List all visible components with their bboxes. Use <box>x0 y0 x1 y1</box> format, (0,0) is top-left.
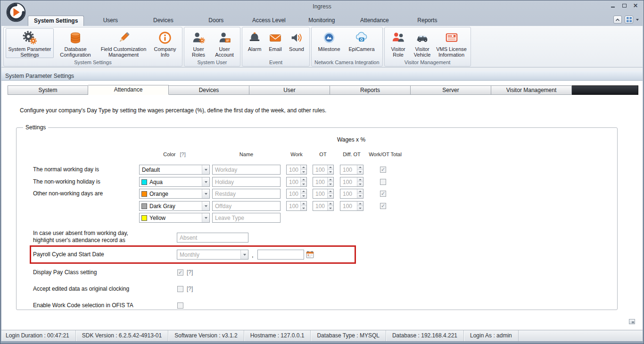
speaker-icon <box>289 30 304 45</box>
visitor-vehicle-button[interactable]: Visitor Vehicle <box>410 28 435 58</box>
workday-ot-spinner[interactable]: 100 <box>313 165 334 175</box>
pay-class-help-link[interactable]: [?] <box>187 268 193 277</box>
workday-work-spinner[interactable]: 100 <box>286 165 307 175</box>
holiday-color-select[interactable]: Aqua <box>139 177 210 187</box>
ribbon-group-network-camera: Milestone EpiCamera Network Camera Integ… <box>311 27 383 67</box>
restday-diff-ot-spinner[interactable]: 100 <box>340 189 363 199</box>
spinner-buttons[interactable] <box>327 165 333 174</box>
tab-devices[interactable]: Devices <box>169 85 249 95</box>
ribbon-tab-attendance[interactable]: Attendance <box>348 16 401 26</box>
holiday-name-input[interactable] <box>212 177 281 187</box>
ribbon-tab-reports[interactable]: Reports <box>401 16 454 26</box>
offday-color-select[interactable]: Dark Gray <box>139 201 210 211</box>
tab-attendance[interactable]: Attendance <box>88 85 169 95</box>
sound-button[interactable]: Sound <box>286 28 307 52</box>
holiday-diff-ot-spinner[interactable]: 100 <box>340 177 363 187</box>
dropdown-button[interactable] <box>202 177 209 186</box>
work-column-header: Work <box>283 151 310 157</box>
group-caption: System User <box>184 59 240 66</box>
offday-name-input[interactable] <box>212 201 281 211</box>
dropdown-button[interactable] <box>202 165 209 174</box>
minimize-button[interactable] <box>608 2 618 9</box>
tab-system[interactable]: System <box>8 85 88 95</box>
status-bar: Login Duration : 00:47:21 SDK Version : … <box>1 330 643 341</box>
restday-name-input[interactable] <box>212 189 281 199</box>
database-configuration-button[interactable]: Database Configuration <box>54 28 97 58</box>
spinner-buttons[interactable] <box>300 165 306 174</box>
restday-ot-spinner[interactable]: 100 <box>313 189 334 199</box>
restday-color-select[interactable]: Orange <box>139 189 210 199</box>
milestone-button[interactable]: Milestone <box>314 28 345 52</box>
ribbon-tab-monitoring[interactable]: Monitoring <box>295 16 348 26</box>
company-info-button[interactable]: Company Info <box>150 28 180 58</box>
user-account-button[interactable]: User Account <box>211 28 238 58</box>
accept-edited-data-checkbox[interactable] <box>177 286 183 292</box>
restday-work-spinner[interactable]: 100 <box>286 189 307 199</box>
tab-user[interactable]: User <box>249 85 330 95</box>
system-parameter-settings-button[interactable]: System Parameter Settings <box>6 28 54 58</box>
epicamera-cloud-icon <box>355 30 369 45</box>
field-customization-button[interactable]: Field Customization Management <box>97 28 150 58</box>
payroll-highlight-box <box>30 245 356 264</box>
window-title: Ingress <box>0 3 644 10</box>
workday-color-select[interactable]: Default <box>139 165 210 175</box>
accept-edited-help-link[interactable]: [?] <box>187 284 193 294</box>
leave-color-select[interactable]: Yellow <box>139 213 210 223</box>
group-caption: Visitor Management <box>385 59 471 66</box>
user-roles-button[interactable]: User Roles <box>186 28 211 58</box>
caret-down-icon[interactable] <box>636 19 639 21</box>
restday-total-checkbox[interactable] <box>380 191 386 197</box>
tab-server[interactable]: Server <box>411 85 491 95</box>
color-swatch <box>141 203 147 209</box>
offday-total-checkbox[interactable] <box>380 203 386 209</box>
workday-total-checkbox[interactable] <box>380 167 386 173</box>
ribbon-group-system-user: User Roles User Account System User <box>184 27 240 67</box>
tab-reports[interactable]: Reports <box>330 85 411 95</box>
ribbon-tab-users[interactable]: Users <box>84 16 137 26</box>
ribbon-group-system-settings: System Parameter Settings Database Confi… <box>3 27 182 67</box>
vms-license-button[interactable]: VMS License Information <box>435 28 469 58</box>
color-swatch <box>141 191 147 197</box>
ribbon-tab-access-level[interactable]: Access Level <box>242 16 295 26</box>
holiday-ot-spinner[interactable]: 100 <box>313 177 334 187</box>
ribbon-tab-doors[interactable]: Doors <box>190 16 242 26</box>
holiday-work-spinner[interactable]: 100 <box>286 177 307 187</box>
status-database-type: Database Type : MYSQL <box>311 330 386 341</box>
epicamera-button[interactable]: EpiCamera <box>345 28 379 52</box>
tab-visitor-management[interactable]: Visitor Management <box>491 85 572 95</box>
close-button[interactable]: ✕ <box>631 2 640 9</box>
email-button[interactable]: Email <box>265 28 286 52</box>
display-pay-class-checkbox[interactable] <box>177 269 183 276</box>
app-logo-icon[interactable] <box>6 2 26 23</box>
visitor-role-button[interactable]: Visitor Role <box>387 28 410 58</box>
holiday-total-checkbox[interactable] <box>380 179 386 185</box>
absent-name-input[interactable] <box>177 233 248 243</box>
spinner-buttons[interactable] <box>357 165 363 174</box>
group-caption: Event <box>242 59 309 66</box>
collapse-ribbon-button[interactable] <box>613 16 622 24</box>
maximize-button[interactable] <box>619 2 629 9</box>
title-bar[interactable]: Ingress ✕ <box>0 0 644 14</box>
other-non-working-label: Other non-working days are <box>33 189 103 199</box>
alarm-button[interactable]: Alarm <box>244 28 265 52</box>
group-caption: Network Camera Integration <box>312 59 382 66</box>
apps-grid-button[interactable] <box>625 16 633 24</box>
workday-name-input[interactable] <box>212 165 281 175</box>
offday-work-spinner[interactable]: 100 <box>286 201 307 211</box>
leave-type-name-input[interactable] <box>212 213 281 223</box>
panel-corner-icon[interactable] <box>629 319 635 324</box>
ribbon-tab-devices[interactable]: Devices <box>137 16 190 26</box>
status-database: Database : 192.168.4.221 <box>386 330 464 341</box>
name-column-header: Name <box>212 151 281 157</box>
offday-diff-ot-spinner[interactable]: 100 <box>340 201 363 211</box>
dropdown-button[interactable] <box>202 213 209 222</box>
minimize-icon <box>611 7 615 8</box>
ribbon-tab-system-settings[interactable]: System Settings <box>28 16 84 26</box>
dropdown-button[interactable] <box>202 189 209 198</box>
enable-work-code-checkbox[interactable] <box>177 302 183 309</box>
offday-ot-spinner[interactable]: 100 <box>313 201 334 211</box>
status-hostname: Hostname : 127.0.0.1 <box>244 330 311 341</box>
workday-diff-ot-spinner[interactable]: 100 <box>340 165 363 175</box>
color-help-link[interactable]: [?] <box>180 151 186 157</box>
dropdown-button[interactable] <box>202 201 209 210</box>
